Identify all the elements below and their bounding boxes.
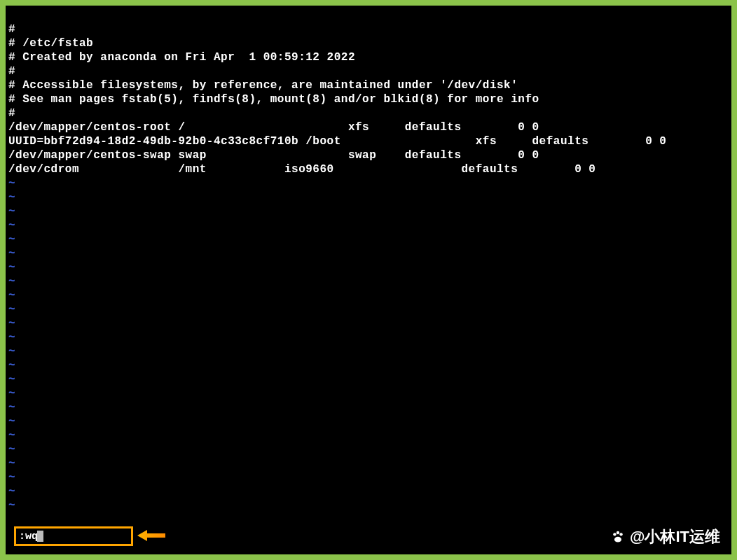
tilde-line: ~ [8, 442, 729, 456]
tilde-line: ~ [8, 428, 729, 442]
tilde-line: ~ [8, 414, 729, 428]
file-line: # [8, 106, 729, 120]
tilde-line: ~ [8, 470, 729, 484]
file-line: /dev/mapper/centos-root / xfs defaults 0… [8, 120, 729, 134]
file-line: /dev/mapper/centos-swap swap swap defaul… [8, 148, 729, 162]
tilde-line: ~ [8, 386, 729, 400]
file-content: # # /etc/fstab # Created by anaconda on … [8, 22, 729, 176]
terminal-window[interactable]: # # /etc/fstab # Created by anaconda on … [6, 6, 731, 554]
tilde-line: ~ [8, 316, 729, 330]
file-line: # /etc/fstab [8, 36, 729, 50]
tilde-line: ~ [8, 344, 729, 358]
tilde-line: ~ [8, 302, 729, 316]
svg-marker-0 [137, 530, 165, 541]
file-line: # Created by anaconda on Fri Apr 1 00:59… [8, 50, 729, 64]
file-line: UUID=bbf72d94-18d2-49db-92b0-4c33c8cf710… [8, 134, 729, 148]
tilde-line: ~ [8, 218, 729, 232]
file-line: # See man pages fstab(5), findfs(8), mou… [8, 92, 729, 106]
cursor-icon [37, 531, 43, 542]
svg-point-3 [619, 533, 622, 536]
tilde-line: ~ [8, 330, 729, 344]
tilde-line: ~ [8, 372, 729, 386]
file-line: # [8, 64, 729, 78]
tilde-line: ~ [8, 176, 729, 190]
tilde-line: ~ [8, 358, 729, 372]
tilde-line: ~ [8, 232, 729, 246]
svg-point-4 [614, 537, 621, 542]
file-line: /dev/cdrom /mnt iso9660 defaults 0 0 [8, 162, 729, 176]
watermark: @小林IT运维 [609, 526, 720, 547]
tilde-line: ~ [8, 400, 729, 414]
tilde-line: ~ [8, 484, 729, 498]
file-line: # Accessible filesystems, by reference, … [8, 78, 729, 92]
svg-point-1 [613, 533, 616, 536]
tilde-line: ~ [8, 204, 729, 218]
arrow-annotation-icon [137, 529, 165, 542]
tilde-line: ~ [8, 456, 729, 470]
tilde-line: ~ [8, 260, 729, 274]
watermark-text: @小林IT运维 [630, 526, 720, 547]
vim-command-input[interactable]: :wq [14, 526, 133, 546]
tilde-line: ~ [8, 246, 729, 260]
svg-point-2 [617, 531, 619, 534]
empty-lines: ~~~~~~~~~~~~~~~~~~~~~~~~ [8, 176, 729, 512]
tilde-line: ~ [8, 190, 729, 204]
tilde-line: ~ [8, 274, 729, 288]
tilde-line: ~ [8, 498, 729, 512]
command-text: :wq [19, 531, 38, 542]
file-line: # [8, 22, 729, 36]
tilde-line: ~ [8, 288, 729, 302]
paw-icon [609, 528, 627, 546]
